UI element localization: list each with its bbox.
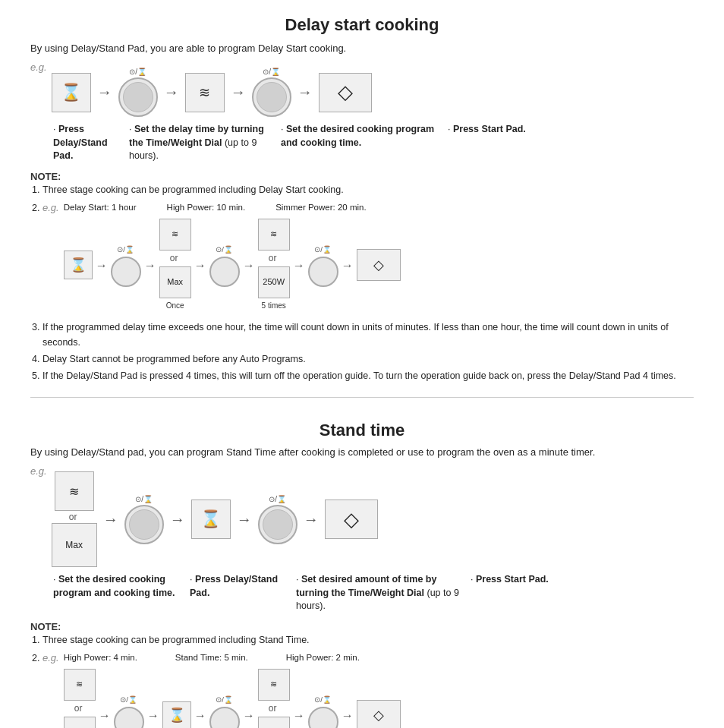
arrow-3: → bbox=[231, 84, 246, 101]
small-eg-label-1: Delay Start: 1 hour bbox=[64, 200, 137, 214]
small-arrow-5: → bbox=[293, 256, 305, 276]
time-weight-dial-1: ⊙/⌛ bbox=[118, 68, 158, 117]
times-label-1: 5 times bbox=[262, 300, 286, 312]
arrow-1: → bbox=[97, 84, 112, 101]
small-dial-2: ⊙/⌛ bbox=[209, 244, 240, 286]
small-start-1: ◇ bbox=[357, 249, 401, 281]
eg-label-1: e.g. bbox=[30, 61, 47, 73]
stand-desc: By using Delay/Stand pad, you can progra… bbox=[30, 446, 694, 458]
small-arrow-6: → bbox=[342, 256, 354, 276]
note-delay-2: If the programmed delay time exceeds one… bbox=[42, 320, 694, 350]
stand-small-wave-2: ≋ bbox=[258, 669, 290, 701]
small-dial-3: ⊙/⌛ bbox=[308, 244, 338, 286]
stand-delay-pad: ⌛ bbox=[191, 500, 231, 539]
delay-stand-pad: ⌛ bbox=[52, 73, 91, 112]
note-label-stand: NOTE: bbox=[30, 621, 694, 632]
stand-small-wave-1: ≋ bbox=[64, 669, 96, 701]
stand-or-label: or bbox=[69, 512, 77, 522]
eg-label-stand: e.g. bbox=[30, 465, 47, 477]
caption-stand-2: · Press Delay/Stand Pad. bbox=[190, 573, 296, 600]
small-max-pad-1: Max bbox=[159, 266, 191, 298]
caption-delay-1: · Press Delay/Stand Pad. bbox=[53, 123, 129, 163]
stand-small-arrow-1: → bbox=[99, 706, 111, 726]
small-eg-label-3: Simmer Power: 20 min. bbox=[275, 200, 367, 214]
cooking-program-pad-1: ≋ bbox=[185, 73, 225, 112]
stand-small-start: ◇ bbox=[357, 700, 401, 728]
or-label-1: or bbox=[170, 251, 178, 266]
eg-label-small: e.g. bbox=[42, 200, 59, 216]
stand-main-diagram: ≋ or Max → ⊙/⌛ → ⌛ → ⊙/⌛ → bbox=[52, 471, 378, 567]
arrow-2: → bbox=[164, 84, 179, 101]
stand-or-small-1: or bbox=[74, 701, 83, 716]
stand-dial-2: ⊙/⌛ bbox=[258, 495, 297, 544]
time-weight-dial-2: ⊙/⌛ bbox=[252, 68, 291, 117]
small-arrow-1: → bbox=[96, 256, 108, 276]
small-arrow-2: → bbox=[144, 256, 156, 276]
stand-small-arrow-3: → bbox=[194, 706, 206, 726]
stand-arrow-2: → bbox=[170, 511, 185, 528]
caption-stand-3: · Set desired amount of time by turning … bbox=[296, 573, 471, 613]
small-250w-pad: 250W bbox=[258, 266, 290, 298]
stand-small-arrow-2: → bbox=[147, 706, 159, 726]
stand-max-pad: Max bbox=[52, 523, 97, 567]
eg-label-stand-small: e.g. bbox=[42, 651, 59, 667]
caption-delay-3: · Set the desired cooking program and co… bbox=[281, 123, 448, 150]
stand-small-arrow-4: → bbox=[243, 706, 255, 726]
caption-stand-4: · Press Start Pad. bbox=[471, 573, 569, 587]
caption-stand-1: · Set the desired cooking program and co… bbox=[53, 573, 190, 600]
stand-small-hourglass: ⌛ bbox=[162, 701, 191, 728]
note-delay-4: If the Delay/Stand Pad is pressed 4 time… bbox=[42, 368, 694, 383]
stand-arrow-4: → bbox=[304, 511, 319, 528]
or-label-2: or bbox=[269, 251, 277, 266]
delay-desc: By using Delay/Stand Pad, you are able t… bbox=[30, 43, 694, 54]
once-label-1: Once bbox=[166, 300, 184, 312]
small-arrow-4: → bbox=[243, 256, 255, 276]
note-delay-1: Three stage cooking can be programmed in… bbox=[42, 182, 694, 197]
stand-small-max-1: Max bbox=[64, 717, 96, 728]
stand-cooking-pad: ≋ bbox=[55, 471, 94, 511]
small-dial-1: ⊙/⌛ bbox=[111, 244, 141, 286]
caption-delay-4: · Press Start Pad. bbox=[448, 123, 546, 137]
start-pad-1: ◇ bbox=[319, 73, 372, 112]
section-divider bbox=[30, 397, 694, 398]
stand-small-dial-2: ⊙/⌛ bbox=[209, 694, 240, 728]
stand-eg-label-1: High Power: 4 min. bbox=[64, 651, 137, 664]
arrow-4: → bbox=[297, 84, 313, 101]
stand-small-max-2: Max bbox=[258, 717, 290, 728]
note-label-delay: NOTE: bbox=[30, 171, 694, 182]
note-list-delay: Three stage cooking can be programmed in… bbox=[42, 182, 694, 384]
stand-eg-label-3: High Power: 2 min. bbox=[286, 651, 360, 664]
stand-or-small-2: or bbox=[269, 701, 277, 716]
small-wave-pad-1: ≋ bbox=[159, 219, 191, 251]
note-stand-1: Three stage cooking can be programmed in… bbox=[42, 632, 694, 648]
stand-time-title: Stand time bbox=[30, 421, 694, 440]
note-delay-3: Delay Start cannot be programmed before … bbox=[42, 351, 694, 367]
stand-small-dial-3: ⊙/⌛ bbox=[308, 694, 338, 728]
small-arrow-3: → bbox=[194, 256, 206, 276]
page-title: Delay start cooking bbox=[30, 15, 694, 35]
stand-arrow-1: → bbox=[103, 511, 118, 528]
stand-start-pad: ◇ bbox=[325, 500, 378, 539]
small-hourglass-pad: ⌛ bbox=[64, 251, 93, 279]
stand-small-arrow-5: → bbox=[293, 706, 305, 726]
small-eg-label-2: High Power: 10 min. bbox=[167, 200, 246, 214]
stand-arrow-3: → bbox=[237, 511, 252, 528]
delay-main-diagram: ⌛ → ⊙/⌛ → ≋ → ⊙/⌛ → ◇ bbox=[52, 68, 372, 117]
caption-delay-2: · Set the delay time by turning the Time… bbox=[129, 123, 281, 163]
stand-small-arrow-6: → bbox=[342, 706, 354, 726]
stand-eg-label-2: Stand Time: 5 min. bbox=[175, 651, 248, 664]
stand-dial-1: ⊙/⌛ bbox=[124, 495, 164, 544]
stand-small-dial-1: ⊙/⌛ bbox=[114, 694, 144, 728]
note-list-stand: Three stage cooking can be programmed in… bbox=[42, 632, 694, 728]
small-wave-pad-2: ≋ bbox=[258, 219, 290, 251]
